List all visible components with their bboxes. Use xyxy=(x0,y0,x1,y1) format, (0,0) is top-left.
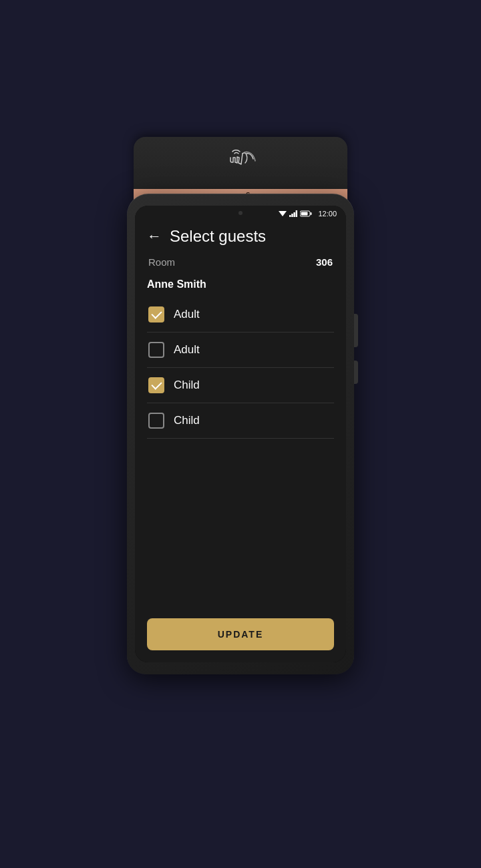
guest-item-1[interactable]: Adult xyxy=(147,297,334,333)
guest-item-3[interactable]: Child xyxy=(147,368,334,403)
room-info: Room 306 xyxy=(147,256,334,268)
bottom-area: UPDATE xyxy=(135,612,346,662)
signal-icon xyxy=(289,210,297,217)
svg-rect-2 xyxy=(292,214,294,217)
svg-rect-1 xyxy=(289,215,291,217)
screen-bezel: 12:00 ← Select guests Room 306 Anne xyxy=(135,206,346,662)
svg-rect-6 xyxy=(311,212,312,215)
guest-list: Adult Adult Child Child xyxy=(147,297,334,605)
device-wrapper: ingenico xyxy=(120,194,361,674)
svg-rect-4 xyxy=(296,210,297,217)
guest-type-adult-1: Adult xyxy=(174,308,200,321)
back-button[interactable]: ← xyxy=(147,229,162,244)
guest-name: Anne Smith xyxy=(147,278,334,290)
svg-rect-3 xyxy=(294,212,296,217)
wifi-icon xyxy=(279,210,287,217)
camera-dot xyxy=(238,211,243,215)
checkbox-adult-2[interactable] xyxy=(148,342,164,358)
side-button-1 xyxy=(354,314,358,347)
main-content: ← Select guests Room 306 Anne Smith xyxy=(135,220,346,612)
checkbox-child-2[interactable] xyxy=(148,413,164,429)
checkbox-adult-1[interactable] xyxy=(148,306,164,322)
nfc-icon xyxy=(220,145,261,172)
guest-type-child-2: Child xyxy=(174,414,200,427)
svg-marker-0 xyxy=(279,211,287,216)
status-icons xyxy=(279,210,312,217)
checkbox-child-1[interactable] xyxy=(148,377,164,393)
svg-rect-7 xyxy=(301,212,308,216)
guest-type-adult-2: Adult xyxy=(174,343,200,357)
guest-item-2[interactable]: Adult xyxy=(147,333,334,368)
time-display: 12:00 xyxy=(318,210,337,218)
page-header: ← Select guests xyxy=(147,227,334,246)
side-button-2 xyxy=(354,361,358,384)
guest-item-4[interactable]: Child xyxy=(147,403,334,439)
screen: 12:00 ← Select guests Room 306 Anne xyxy=(135,206,346,662)
update-button[interactable]: UPDATE xyxy=(147,618,334,650)
page-title: Select guests xyxy=(170,227,266,246)
guest-type-child-1: Child xyxy=(174,379,200,392)
battery-icon xyxy=(300,210,312,217)
room-number: 306 xyxy=(316,256,333,268)
device-shell: 12:00 ← Select guests Room 306 Anne xyxy=(127,194,354,674)
room-label: Room xyxy=(148,256,175,268)
